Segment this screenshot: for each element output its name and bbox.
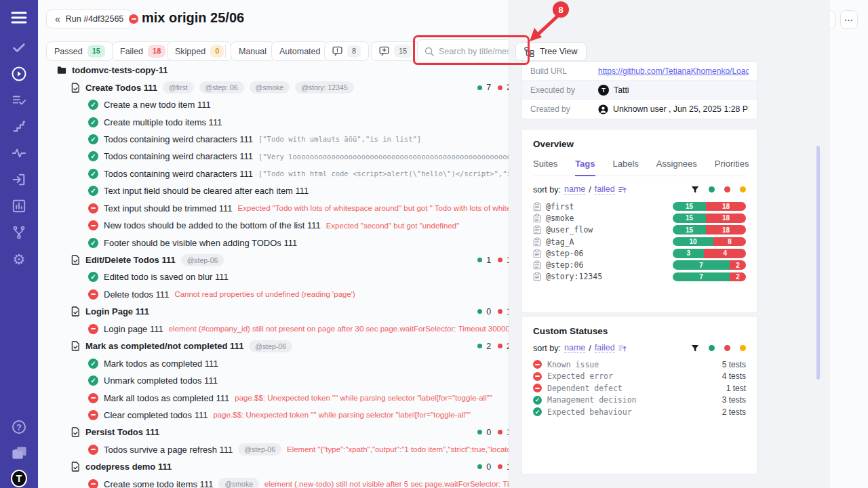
custom-status-row[interactable]: Expected error4 tests (533, 371, 746, 383)
runs-icon[interactable] (11, 66, 27, 82)
filter-passed-button[interactable]: Passed 15 (46, 41, 113, 61)
tab-suites[interactable]: Suites (533, 159, 557, 176)
test-row[interactable]: ✓Todos containing weird characters 111["… (38, 148, 544, 165)
test-row[interactable]: ✓Edited todo is saved on blur 111 (38, 268, 544, 285)
custom-status-row[interactable]: Dependent defect1 test (533, 382, 746, 394)
legend-failed-dot[interactable] (724, 345, 730, 351)
test-row[interactable]: Create some todo items 111@smokeelement … (38, 476, 544, 488)
more-options-button[interactable]: ⋯ (840, 10, 858, 29)
test-row[interactable]: ✓Text input field should be cleared afte… (38, 182, 544, 199)
filter-notes-button[interactable]: 15 (371, 41, 420, 61)
sort-by-failed-link[interactable]: failed (595, 184, 615, 195)
passed-dot (477, 309, 482, 314)
suite-row[interactable]: codepress demo 111010 (38, 458, 544, 475)
failed-segment: 4 (704, 249, 746, 258)
docs-icon[interactable] (11, 445, 27, 461)
test-detail-output: ["Todo with umlauts äöü","is in list"] (258, 135, 421, 143)
filter-manual-button[interactable]: Manual (231, 41, 275, 61)
tag-result-bar: 1518 (673, 225, 746, 235)
test-row[interactable]: ✓Mark todos as completed 111 (38, 354, 544, 371)
info-label: Build URL (530, 66, 598, 76)
test-row[interactable]: ✓Todos containing weird characters 111["… (38, 131, 544, 148)
filter-automated-button[interactable]: Automated (271, 41, 328, 61)
tag-stat-row[interactable]: @user_flow1518 (533, 224, 746, 236)
tab-labels[interactable]: Labels (613, 159, 639, 176)
legend-skipped-dot[interactable] (740, 345, 746, 351)
filter-skipped-button[interactable]: Skipped 0 (167, 41, 232, 61)
test-row[interactable]: Todos survive a page refresh 111@step-06… (38, 441, 544, 458)
legend-skipped-dot[interactable] (740, 186, 746, 192)
help-icon[interactable]: ? (11, 419, 27, 435)
test-row[interactable]: Login page 111element (#company_id) stil… (38, 321, 544, 338)
custom-status-row[interactable]: ✓Management decision3 tests (533, 394, 746, 407)
funnel-filter-icon[interactable] (691, 186, 699, 194)
executor-avatar: T (598, 85, 609, 96)
tree-view-button[interactable]: Tree View (515, 42, 587, 61)
sort-by-name-link[interactable]: name (564, 184, 585, 195)
folder-row[interactable]: todomvc-tests-copy-11 (38, 62, 544, 79)
sort-ascending-icon[interactable] (618, 344, 627, 352)
sort-by-failed-link[interactable]: failed (595, 343, 615, 353)
failed-segment: 2 (730, 260, 746, 270)
creator-name: Unknown user , Jun 25, 2025 1:28 PM (613, 104, 749, 114)
tag-stat-row[interactable]: @smoke1518 (533, 212, 746, 224)
filter-failed-button[interactable]: Failed 18 (112, 41, 174, 61)
overview-card: Overview SuitesTagsLabelsAssigneesPriori… (521, 129, 757, 313)
suite-label: Create Todos 111 (85, 83, 157, 93)
tag-stat-row[interactable]: @tag_A108 (533, 236, 746, 247)
tag-stat-row[interactable]: @first1518 (533, 201, 746, 212)
suite-label: codepress demo 111 (85, 462, 172, 472)
steps-icon[interactable] (11, 119, 27, 135)
suite-row[interactable]: Persist Todos 111010 (38, 424, 544, 441)
branches-icon[interactable] (11, 224, 27, 241)
tag-stat-row[interactable]: @story:1234572 (533, 271, 746, 283)
test-row[interactable]: ✓Create a new todo item 111 (38, 96, 544, 113)
analytics-icon[interactable] (11, 198, 27, 214)
legend-failed-dot[interactable] (724, 186, 730, 192)
custom-status-row[interactable]: Known issue5 tests (533, 359, 746, 371)
tag-name: @smoke (546, 214, 574, 223)
test-row[interactable]: Mark all todos as completed 111page.$$: … (38, 389, 544, 406)
test-row[interactable]: ✓Footer should be visible when adding TO… (38, 234, 544, 251)
info-label: Executed by (530, 85, 598, 95)
suite-row[interactable]: Create Todos 111@first@step: 06@smoke@st… (38, 79, 544, 96)
suite-row[interactable]: Login Page 111010 (38, 303, 544, 320)
panel-scrollbar[interactable] (816, 146, 820, 380)
suite-row[interactable]: Mark as completed/not completed 111@step… (38, 338, 544, 354)
clipboard-icon (533, 249, 541, 258)
legend-passed-dot[interactable] (709, 345, 715, 351)
build-url-link[interactable]: https://github.com/TetianaKhomenko/Load-… (598, 66, 749, 76)
filter-comments-button[interactable]: 8 (324, 41, 369, 61)
test-plans-icon[interactable] (11, 92, 27, 108)
tag-stat-row[interactable]: @step-0634 (533, 247, 746, 259)
test-row[interactable]: New todos should be added to the bottom … (38, 217, 544, 234)
sort-ascending-icon[interactable] (618, 186, 627, 194)
menu-icon[interactable] (11, 9, 27, 26)
pulse-icon[interactable] (11, 145, 27, 161)
sort-by-name-link[interactable]: name (564, 343, 585, 353)
back-to-run-button[interactable]: « Run #4df32565 (46, 9, 132, 28)
tab-priorities[interactable]: Priorities (715, 159, 749, 176)
app-logo[interactable]: T (11, 470, 27, 487)
test-row[interactable]: Clear completed todos 111page.$$: Unexpe… (38, 407, 544, 424)
import-icon[interactable] (11, 171, 27, 188)
test-row[interactable]: Text input should be trimmed 111Expected… (38, 200, 544, 217)
legend-passed-dot[interactable] (709, 186, 715, 192)
funnel-filter-icon[interactable] (691, 344, 699, 352)
tab-assignees[interactable]: Assignees (656, 159, 697, 176)
clipboard-icon (533, 225, 541, 235)
test-row[interactable]: Delete todos 111Cannot read properties o… (38, 286, 544, 303)
settings-icon[interactable]: ⚙ (11, 251, 27, 267)
tag-stat-row[interactable]: @step:0672 (533, 259, 746, 270)
test-row[interactable]: ✓Unmark completed todos 111 (38, 372, 544, 389)
test-row[interactable]: ✓Todos containing weird characters 111["… (38, 165, 544, 182)
tab-tags[interactable]: Tags (575, 159, 595, 176)
tests-icon[interactable] (11, 39, 27, 56)
test-label: Mark todos as completed 111 (104, 359, 218, 369)
suite-row[interactable]: Edit/Delete Todos 111@step-06110 (38, 251, 544, 268)
passed-label: Passed (54, 47, 83, 56)
comment-icon (332, 46, 342, 56)
test-row[interactable]: ✓Create multiple todo items 111 (38, 113, 544, 130)
custom-status-row[interactable]: ✓Expected behaviour2 tests (533, 406, 746, 418)
search-input[interactable] (439, 47, 519, 56)
